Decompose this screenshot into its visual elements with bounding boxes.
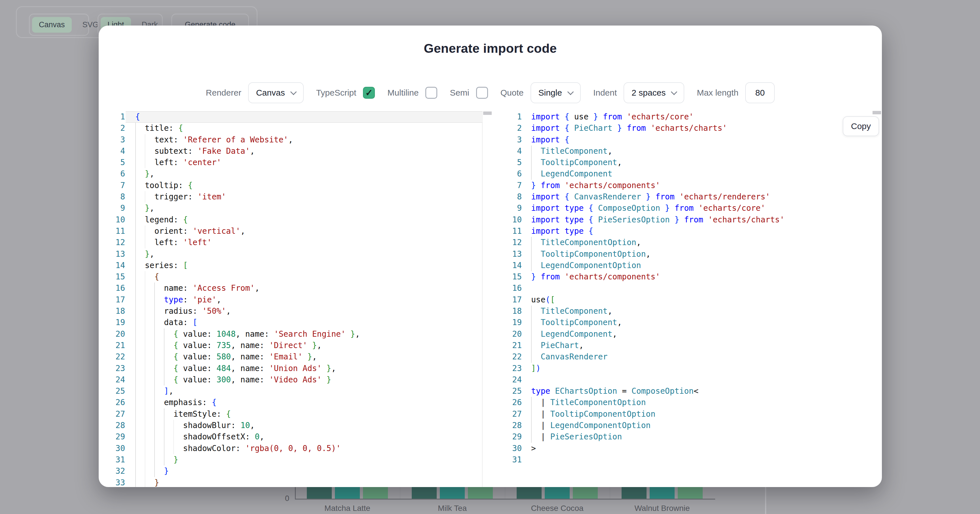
chart-bar	[307, 487, 332, 499]
indent-guide	[154, 466, 155, 477]
indent-guide	[531, 340, 532, 351]
code-line: 5 TooltipComponent,	[508, 157, 784, 168]
code-line: 20 LegendComponent,	[508, 328, 784, 340]
chart-bar	[468, 487, 493, 499]
quote-option: Quote Single	[501, 82, 581, 103]
line-number: 30	[110, 443, 125, 454]
code-line: 25 ],	[110, 385, 360, 397]
indent-guide	[135, 340, 136, 351]
line-number: 6	[110, 168, 125, 180]
code-line: 7} from 'echarts/components'	[508, 180, 784, 191]
multiline-checkbox[interactable]	[425, 87, 437, 99]
code-line: 26 emphasis: {	[110, 397, 360, 408]
line-number: 20	[508, 328, 522, 340]
code-line: 19 TooltipComponent,	[508, 317, 784, 328]
indent-guide	[135, 385, 136, 397]
indent-guide	[154, 397, 155, 408]
line-number: 6	[508, 168, 522, 180]
right-editor-overview-ruler-mark[interactable]	[873, 111, 881, 114]
line-number: 11	[110, 226, 125, 237]
chart-bar	[412, 487, 437, 499]
line-number: 9	[508, 202, 522, 214]
indent-guide	[145, 237, 145, 248]
indent-guide	[135, 145, 136, 157]
chart-bar	[335, 487, 360, 499]
copy-button[interactable]: Copy	[843, 116, 879, 136]
indent-guide	[145, 454, 145, 466]
code-line: 30>	[508, 443, 784, 454]
code-line: 17use([	[508, 294, 784, 306]
line-number: 2	[508, 123, 522, 134]
indent-guide	[135, 202, 136, 214]
line-number: 8	[508, 191, 522, 202]
indent-guide	[135, 168, 136, 180]
option-code-editor[interactable]: 1{2 title: {3 text: 'Referer of a Websit…	[110, 111, 360, 487]
indent-guide	[135, 443, 136, 454]
line-number: 13	[110, 248, 125, 260]
indent-guide	[145, 134, 145, 145]
multiline-label: Multiline	[387, 88, 418, 97]
indent-guide	[145, 363, 145, 374]
chevron-down-icon	[567, 89, 574, 95]
code-line: 26 | TitleComponentOption	[508, 397, 784, 408]
max-length-input[interactable]	[745, 82, 775, 103]
code-line: 6 },	[110, 168, 360, 180]
code-line: 4 subtext: 'Fake Data',	[110, 145, 360, 157]
typescript-checkbox[interactable]	[363, 87, 375, 99]
indent-guide	[135, 409, 136, 420]
code-line: 18 TitleComponent,	[508, 306, 784, 317]
indent-guide	[173, 443, 174, 454]
indent-guide	[164, 420, 164, 431]
indent-guide	[135, 123, 136, 134]
semi-option: Semi	[450, 87, 488, 99]
line-number: 31	[508, 454, 522, 466]
code-line: 9import type { ComposeOption } from 'ech…	[508, 202, 784, 214]
indent-guide	[135, 180, 136, 191]
indent-guide	[154, 317, 155, 328]
left-editor-overview-ruler-mark[interactable]	[483, 111, 492, 115]
indent-guide	[531, 260, 532, 271]
chart-category-label: Cheese Cocoa	[505, 504, 610, 513]
line-number: 2	[110, 123, 125, 134]
indent-guide	[145, 374, 145, 385]
indent-guide	[531, 351, 532, 363]
chart-category-label: Walnut Brownie	[610, 504, 714, 513]
line-number: 19	[110, 317, 125, 328]
line-number: 3	[110, 134, 125, 145]
code-line: 4 TitleComponent,	[508, 145, 784, 157]
line-number: 22	[110, 351, 125, 363]
generated-import-code-view[interactable]: 1import { use } from 'echarts/core'2impo…	[508, 111, 784, 466]
semi-checkbox[interactable]	[476, 87, 488, 99]
indent-guide	[145, 443, 145, 454]
line-number: 25	[110, 385, 125, 397]
line-number: 20	[110, 328, 125, 340]
max-length-option: Max length	[697, 82, 775, 103]
indent-label: Indent	[593, 88, 617, 97]
line-number: 31	[110, 454, 125, 466]
code-line: 12 left: 'left'	[110, 237, 360, 248]
renderer-select[interactable]: Canvas	[248, 82, 304, 103]
code-line: 16	[508, 283, 784, 294]
semi-label: Semi	[450, 88, 469, 97]
chart-category-boundary	[610, 487, 610, 499]
indent-select[interactable]: 2 spaces	[624, 82, 684, 103]
indent-guide	[531, 248, 532, 260]
line-number: 28	[110, 420, 125, 431]
indent-guide	[531, 145, 532, 157]
code-line: 27 | TooltipComponentOption	[508, 409, 784, 420]
indent-guide	[154, 420, 155, 431]
indent-guide	[135, 374, 136, 385]
line-number: 13	[508, 248, 522, 260]
code-line: 10import type { PieSeriesOption } from '…	[508, 214, 784, 226]
renderer-label: Renderer	[206, 88, 241, 97]
indent-guide	[135, 317, 136, 328]
indent-guide	[135, 477, 136, 487]
indent-guide	[135, 397, 136, 408]
renderer-option: Renderer Canvas	[206, 82, 304, 103]
code-line: 15 {	[110, 271, 360, 283]
line-number: 9	[110, 202, 125, 214]
tab-canvas[interactable]: Canvas	[32, 17, 72, 33]
indent-guide	[164, 431, 164, 442]
indent-guide	[531, 431, 532, 442]
quote-select[interactable]: Single	[531, 82, 581, 103]
